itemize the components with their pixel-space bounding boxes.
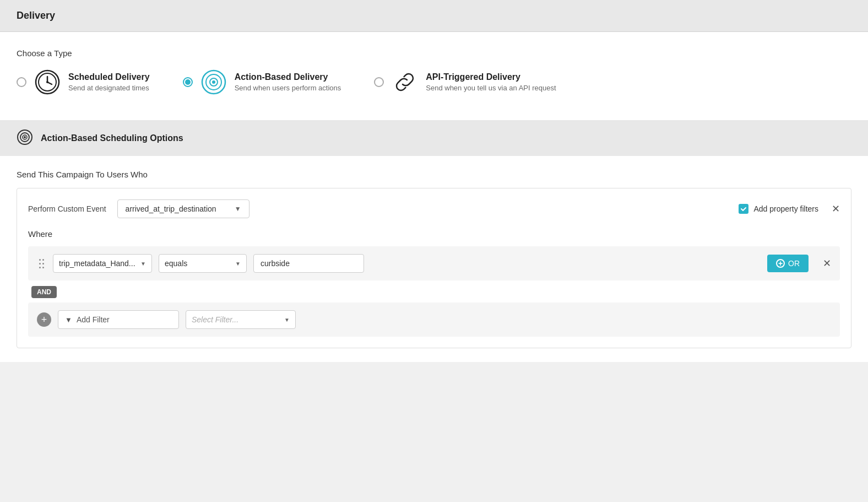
filter-field-select[interactable]: trip_metadata_Hand... ▼ [53,254,152,273]
main-content: Choose a Type [0,32,868,120]
dot [42,263,44,265]
perform-event-label: Perform Custom Event [28,204,106,213]
filter-field-value: trip_metadata_Hand... [59,259,135,268]
scheduling-header-title: Action-Based Scheduling Options [41,133,183,143]
select-filter-arrow-icon: ▼ [284,317,290,323]
filter-operator-select[interactable]: equals ▼ [159,254,247,273]
select-filter-placeholder: Select Filter... [192,315,238,324]
event-select-value: arrived_at_trip_destination [126,204,216,213]
radio-action-based[interactable] [183,77,193,87]
header-bar: Delivery [0,0,868,32]
delivery-option-api-triggered[interactable]: API-Triggered Delivery Send when you tel… [374,69,556,95]
where-label: Where [28,229,840,239]
choose-type-section: Choose a Type [17,48,851,120]
action-based-delivery-name: Action-Based Delivery [235,72,341,82]
page-title: Delivery [17,10,55,21]
event-row: Perform Custom Event arrived_at_trip_des… [28,199,840,218]
svg-point-12 [24,136,26,138]
dot [39,263,41,265]
campaign-box: Perform Custom Event arrived_at_trip_des… [17,188,851,348]
select-filter-dropdown[interactable]: Select Filter... ▼ [186,310,296,329]
add-filter-label[interactable]: ▼ Add Filter [58,310,179,329]
plus-circle-icon: + [776,259,785,268]
dot [42,267,44,268]
filter-value-input[interactable] [253,254,364,273]
property-filter-label: Add property filters [754,204,819,213]
event-select-dropdown[interactable]: arrived_at_trip_destination ▼ [117,199,249,218]
campaign-label: Send This Campaign To Users Who [17,170,851,179]
radio-scheduled[interactable] [17,77,26,87]
and-connector: AND [28,286,840,298]
radio-action-based-inner [185,79,191,85]
where-section: Where [28,229,840,337]
api-triggered-delivery-name: API-Triggered Delivery [426,72,556,82]
delivery-option-scheduled[interactable]: Scheduled Delivery Send at designated ti… [17,69,150,95]
api-triggered-delivery-text: API-Triggered Delivery Send when you tel… [426,72,556,92]
svg-point-8 [212,80,215,84]
funnel-icon: ▼ [65,316,72,324]
action-based-delivery-text: Action-Based Delivery Send when users pe… [235,72,341,92]
add-filter-plus-button[interactable]: + [37,312,51,327]
scheduling-options-header: Action-Based Scheduling Options [0,120,868,156]
filter-row: trip_metadata_Hand... ▼ equals ▼ + OR ✕ [28,246,840,280]
property-filter-row: Add property filters ✕ [739,203,840,215]
choose-type-label: Choose a Type [17,48,851,58]
drag-handle[interactable] [37,257,46,271]
or-button-label: OR [788,259,800,268]
add-filter-row: + ▼ Add Filter Select Filter... ▼ [28,303,840,337]
and-badge: AND [31,286,57,298]
delivery-option-action-based[interactable]: Action-Based Delivery Send when users pe… [183,69,341,95]
action-based-delivery-desc: Send when users perform actions [235,84,341,92]
clock-icon [34,69,61,95]
campaign-section: Send This Campaign To Users Who Perform … [0,156,868,362]
scheduled-delivery-text: Scheduled Delivery Send at designated ti… [68,72,150,92]
svg-point-4 [46,81,48,83]
filter-field-arrow-icon: ▼ [140,261,146,267]
event-select-arrow-icon: ▼ [235,205,241,213]
dot [39,259,41,261]
dot [42,259,44,261]
target-icon [200,69,227,95]
add-filter-text: Add Filter [77,315,110,324]
filter-row-close-button[interactable]: ✕ [823,257,831,269]
radio-api-triggered[interactable] [374,77,384,87]
delivery-options: Scheduled Delivery Send at designated ti… [17,69,851,95]
scheduled-delivery-desc: Send at designated times [68,84,150,92]
filter-operator-value: equals [165,259,187,268]
property-filter-checkbox[interactable] [739,204,748,214]
page-wrapper: Delivery Choose a Type [0,0,868,502]
dot [39,267,41,268]
link-icon [392,69,418,95]
or-button[interactable]: + OR [767,255,809,272]
event-row-close-button[interactable]: ✕ [832,203,840,215]
api-triggered-delivery-desc: Send when you tell us via an API request [426,84,556,92]
filter-operator-arrow-icon: ▼ [235,261,241,267]
scheduling-target-icon [17,129,33,147]
scheduled-delivery-name: Scheduled Delivery [68,72,150,82]
